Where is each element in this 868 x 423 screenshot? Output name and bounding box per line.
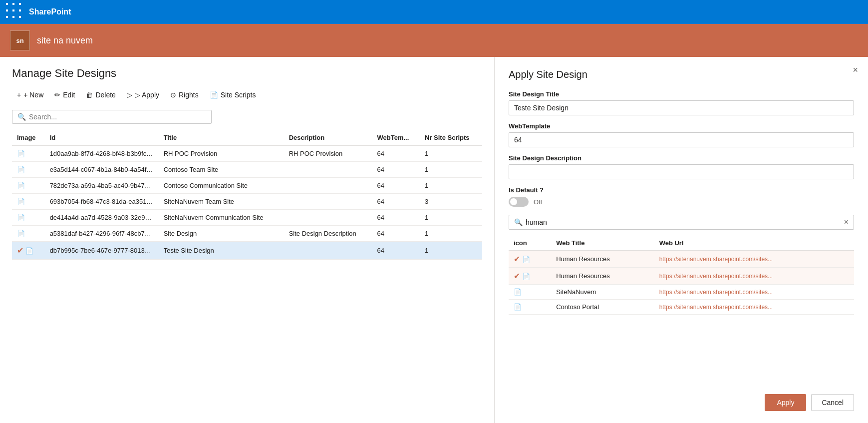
site-cell-title: Human Resources <box>551 268 654 285</box>
site-doc-icon: 📄 <box>522 256 530 263</box>
cell-id: de414a4d-aa7d-4528-9a03-32e90... <box>45 210 159 226</box>
doc-icon: 📄 <box>17 230 25 237</box>
cell-nrscripts: 1 <box>420 226 482 242</box>
site-cell-url: https://sitenanuvem.sharepoint.com/sites… <box>654 268 854 285</box>
doc-icon: 📄 <box>25 247 33 255</box>
doc-icon: 📄 <box>17 182 25 189</box>
rights-icon: ⊙ <box>170 91 176 99</box>
selected-icon: ✔ <box>514 272 520 280</box>
apply-button[interactable]: Apply <box>765 394 806 411</box>
search-bar: 🔍 <box>12 110 212 124</box>
col-web-url: Web Url <box>654 236 854 251</box>
delete-button[interactable]: 🗑 Delete <box>81 88 120 102</box>
edit-button[interactable]: ✏ Edit <box>49 88 80 102</box>
new-button[interactable]: + + New <box>12 88 48 102</box>
site-scripts-button[interactable]: 📄 Site Scripts <box>205 88 261 102</box>
site-cell-icon: 📄 <box>509 300 551 315</box>
site-cell-url: https://sitenanuvem.sharepoint.com/sites… <box>654 300 854 315</box>
cell-nrscripts: 1 <box>420 210 482 226</box>
site-url-link[interactable]: https://sitenanuvem.sharepoint.com/sites… <box>659 256 773 263</box>
apply-button[interactable]: ▷ ▷ Apply <box>122 88 164 102</box>
new-icon: + <box>17 91 21 99</box>
table-row[interactable]: 📄 782de73a-a69a-4ba5-ac40-9b4706... Cont… <box>12 178 482 194</box>
site-row[interactable]: 📄 SiteNaNuvem https://sitenanuvem.sharep… <box>509 285 854 300</box>
app-title: SharePoint <box>29 7 71 16</box>
panel-footer: Apply Cancel <box>509 384 854 411</box>
edit-icon: ✏ <box>54 91 60 99</box>
cell-description <box>284 210 372 226</box>
doc-icon: 📄 <box>17 214 25 221</box>
cell-nrscripts: 1 <box>420 178 482 194</box>
cell-nrscripts: 1 <box>420 146 482 162</box>
cell-description <box>284 242 372 260</box>
col-header-id: Id <box>45 130 159 146</box>
search-icon: 🔍 <box>17 113 26 121</box>
site-name: site na nuvem <box>37 35 93 46</box>
table-row[interactable]: 📄 1d0aa9ab-8f7d-4268-bf48-b3b9fc0... RH … <box>12 146 482 162</box>
is-default-toggle-row: Off <box>509 197 854 207</box>
cell-id: 782de73a-a69a-4ba5-ac40-9b4706... <box>45 178 159 194</box>
table-row[interactable]: ✔ 📄 db7b995c-7be6-467e-9777-80138... Tes… <box>12 242 482 260</box>
col-header-webtemplate: WebTem... <box>372 130 420 146</box>
site-search-input[interactable] <box>526 218 841 226</box>
web-template-label: WebTemplate <box>509 122 854 130</box>
site-search-icon: 🔍 <box>514 218 523 226</box>
cell-check: 📄 <box>12 162 45 178</box>
site-doc-icon: 📄 <box>522 273 530 280</box>
cell-title: RH POC Provision <box>159 146 284 162</box>
site-row[interactable]: ✔ 📄 Human Resources https://sitenanuvem.… <box>509 268 854 285</box>
table-row[interactable]: 📄 e3a5d144-c067-4b1a-84b0-4a54fe... Cont… <box>12 162 482 178</box>
site-cell-url: https://sitenanuvem.sharepoint.com/sites… <box>654 251 854 268</box>
site-design-desc-input[interactable] <box>509 164 854 179</box>
app-launcher-icon[interactable] <box>6 3 24 21</box>
toolbar: + + New ✏ Edit 🗑 Delete ▷ ▷ Apply ⊙ Righ… <box>12 88 482 102</box>
site-row[interactable]: ✔ 📄 Human Resources https://sitenanuvem.… <box>509 251 854 268</box>
site-url-link[interactable]: https://sitenanuvem.sharepoint.com/sites… <box>659 304 773 311</box>
avatar: sn <box>10 30 30 50</box>
site-row[interactable]: 📄 Contoso Portal https://sitenanuvem.sha… <box>509 300 854 315</box>
site-url-link[interactable]: https://sitenanuvem.sharepoint.com/sites… <box>659 289 773 296</box>
site-design-desc-label: Site Design Description <box>509 154 854 162</box>
cell-check: 📄 <box>12 146 45 162</box>
col-icon: icon <box>509 236 551 251</box>
toggle-state-label: Off <box>534 198 542 206</box>
col-header-nrscripts: Nr Site Scripts <box>420 130 482 146</box>
col-header-title: Title <box>159 130 284 146</box>
site-search-bar: 🔍 × <box>509 215 854 230</box>
site-doc-icon: 📄 <box>514 288 522 296</box>
main-layout: Manage Site Designs + + New ✏ Edit 🗑 Del… <box>0 57 868 423</box>
is-default-toggle[interactable] <box>509 197 529 207</box>
cell-webtemplate: 64 <box>372 226 420 242</box>
table-row[interactable]: 📄 a5381daf-b427-4296-96f7-48cb70c... Sit… <box>12 226 482 242</box>
cell-check: 📄 <box>12 226 45 242</box>
close-button[interactable]: × <box>853 65 858 75</box>
table-row[interactable]: 📄 de414a4d-aa7d-4528-9a03-32e90... SiteN… <box>12 210 482 226</box>
selected-icon: ✔ <box>514 255 520 263</box>
site-doc-icon: 📄 <box>514 303 522 311</box>
cell-description <box>284 162 372 178</box>
cell-description: RH POC Provision <box>284 146 372 162</box>
right-panel: × Apply Site Design Site Design Title We… <box>494 57 868 423</box>
cell-check: ✔ 📄 <box>12 242 45 260</box>
search-input[interactable] <box>29 113 206 121</box>
cell-webtemplate: 64 <box>372 194 420 210</box>
cell-description: Site Design Description <box>284 226 372 242</box>
clear-search-button[interactable]: × <box>844 218 849 226</box>
apply-icon: ▷ <box>127 91 132 99</box>
scripts-icon: 📄 <box>210 91 218 99</box>
site-cell-title: SiteNaNuvem <box>551 285 654 300</box>
cell-description <box>284 178 372 194</box>
web-template-input[interactable] <box>509 132 854 147</box>
cancel-button[interactable]: Cancel <box>811 394 854 411</box>
site-design-title-label: Site Design Title <box>509 90 854 98</box>
table-row[interactable]: 📄 693b7054-fb68-47c3-81da-ea351d... Site… <box>12 194 482 210</box>
site-url-link[interactable]: https://sitenanuvem.sharepoint.com/sites… <box>659 273 773 280</box>
site-cell-title: Contoso Portal <box>551 300 654 315</box>
rights-button[interactable]: ⊙ Rights <box>165 88 204 102</box>
site-cell-title: Human Resources <box>551 251 654 268</box>
site-cell-icon: ✔ 📄 <box>509 251 551 268</box>
site-design-title-input[interactable] <box>509 100 854 115</box>
page-title: Manage Site Designs <box>12 67 482 80</box>
site-cell-icon: 📄 <box>509 285 551 300</box>
cell-title: SiteNaNuvem Communication Site <box>159 210 284 226</box>
